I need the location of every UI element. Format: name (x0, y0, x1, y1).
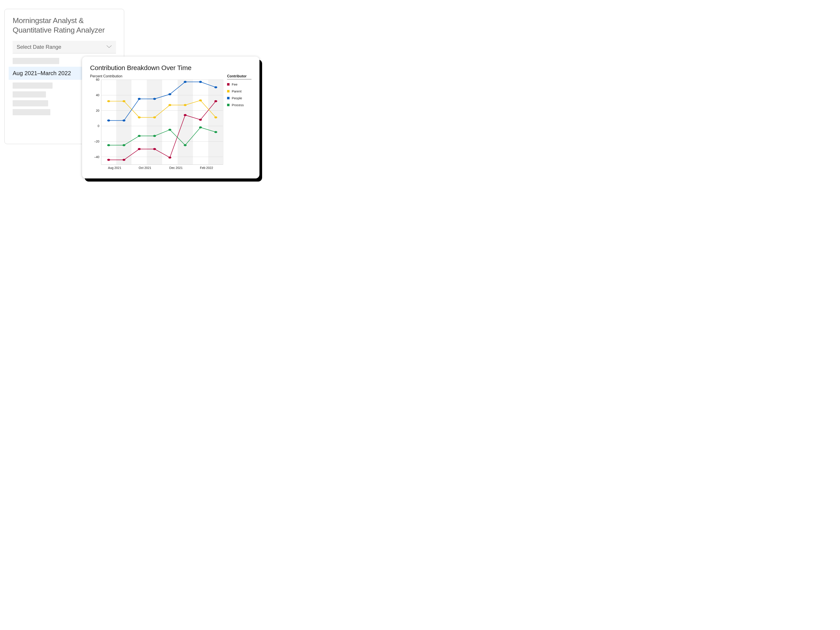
legend-label: People (232, 96, 242, 100)
legend-swatch-icon (227, 90, 229, 93)
series-line-fee (109, 101, 216, 160)
legend-swatch-icon (227, 104, 229, 106)
legend-swatch-icon (227, 83, 229, 85)
series-point-parent (168, 104, 171, 106)
series-point-people (184, 81, 186, 83)
series-line-parent (109, 101, 216, 118)
series-point-parent (138, 117, 141, 118)
panel-title: Morningstar Analyst & Quantitative Ratin… (13, 16, 116, 35)
chevron-down-icon (106, 44, 112, 49)
chart-plot-area (101, 80, 223, 165)
y-tick-label: 0 (98, 124, 99, 128)
series-point-people (122, 120, 125, 121)
series-point-fee (199, 118, 202, 121)
option-placeholder[interactable] (13, 91, 46, 98)
series-point-people (168, 93, 171, 95)
x-tick-label: Oct 2021 (139, 166, 151, 170)
option-label: Aug 2021–March 2022 (13, 70, 71, 77)
option-placeholder[interactable] (13, 100, 48, 106)
series-point-process (153, 135, 156, 137)
x-tick-label: Dec 2021 (169, 166, 183, 170)
series-point-people (199, 81, 202, 83)
series-point-fee (107, 159, 110, 161)
series-point-people (138, 98, 141, 100)
series-point-process (107, 144, 110, 146)
series-point-parent (153, 117, 156, 118)
series-point-parent (184, 104, 186, 106)
x-tick-label: Aug 2021 (108, 166, 121, 170)
series-point-process (199, 126, 202, 128)
series-point-process (168, 129, 171, 131)
series-point-process (214, 131, 217, 133)
series-point-people (153, 98, 156, 100)
legend-title: Contributor (227, 74, 251, 79)
series-line-process (109, 128, 216, 145)
series-point-fee (168, 156, 171, 159)
chart-panel: Contribution Breakdown Over Time Percent… (82, 57, 259, 178)
date-range-label: Select Date Range (17, 44, 61, 50)
legend-label: Parent (232, 89, 242, 93)
option-placeholder[interactable] (13, 58, 59, 64)
date-range-select[interactable]: Select Date Range (13, 41, 116, 54)
series-point-parent (107, 100, 110, 102)
chart-svg (101, 80, 223, 164)
y-tick-label: –20 (94, 140, 99, 143)
series-point-process (184, 144, 186, 146)
legend-item-process[interactable]: Process (227, 103, 251, 107)
chart-legend: Contributor FeeParentPeopleProcess (227, 74, 251, 171)
y-tick-label: 20 (96, 109, 99, 112)
series-point-parent (122, 100, 125, 102)
x-axis: Aug 2021Oct 2021Dec 2021Feb 2022 (101, 165, 223, 171)
series-point-fee (122, 159, 125, 161)
option-placeholder[interactable] (13, 82, 52, 89)
series-point-fee (184, 114, 186, 116)
y-axis: –40–200204060 (90, 80, 101, 165)
y-axis-label: Percent Contribution (90, 74, 223, 78)
legend-item-fee[interactable]: Fee (227, 82, 251, 86)
x-tick-label: Feb 2022 (200, 166, 213, 170)
series-point-fee (214, 100, 217, 102)
y-tick-label: 60 (96, 78, 99, 81)
y-tick-label: –40 (94, 155, 99, 159)
series-point-people (107, 120, 110, 121)
series-point-fee (138, 148, 141, 150)
series-point-process (122, 144, 125, 146)
chart-title: Contribution Breakdown Over Time (90, 64, 251, 72)
legend-label: Fee (232, 82, 237, 86)
y-tick-label: 40 (96, 93, 99, 97)
option-placeholder[interactable] (13, 109, 51, 115)
legend-label: Process (232, 103, 244, 107)
series-point-fee (153, 148, 156, 150)
legend-swatch-icon (227, 97, 229, 99)
legend-item-people[interactable]: People (227, 96, 251, 100)
series-point-parent (214, 117, 217, 118)
series-point-process (138, 135, 141, 137)
series-point-parent (199, 99, 202, 101)
legend-item-parent[interactable]: Parent (227, 89, 251, 93)
series-point-people (214, 86, 217, 88)
